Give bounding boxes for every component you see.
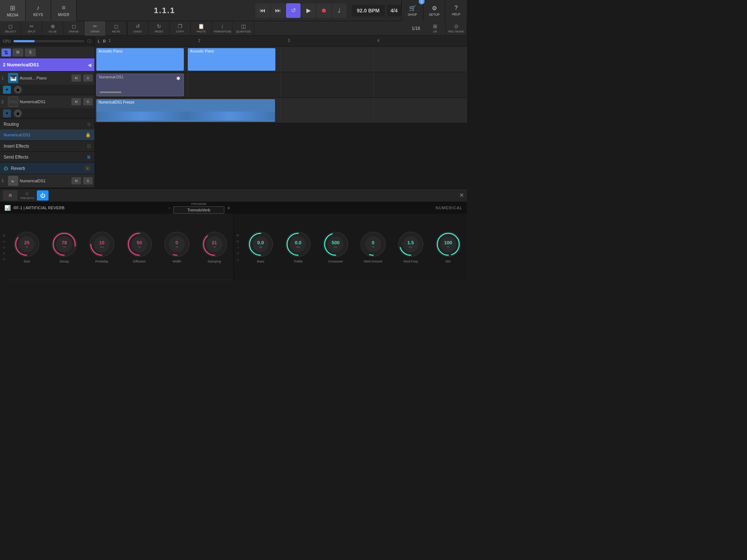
crossover-knob[interactable]: 500 Hz bbox=[322, 230, 349, 258]
paste-icon: 📋 bbox=[198, 23, 204, 29]
size-knob-wrapper: 25 % Size bbox=[13, 230, 40, 263]
grid-button[interactable]: ⊞ 1/8 bbox=[425, 21, 446, 36]
size-knob[interactable]: 25 % bbox=[13, 230, 40, 258]
selected-track-row[interactable]: 2 NumericalDS1 ◀ bbox=[0, 58, 94, 71]
erase-tool[interactable]: ◻ ERASE bbox=[63, 21, 85, 36]
mod-amount-knob[interactable]: 0 % bbox=[359, 230, 387, 258]
bass-knob[interactable]: 0.0 dB bbox=[247, 230, 274, 258]
erase-icon: ◻ bbox=[72, 23, 76, 29]
plugin-device-tab[interactable]: ⊟ bbox=[3, 190, 18, 201]
metronome-button[interactable]: ♩ bbox=[332, 3, 347, 18]
track-2-clip-1[interactable]: Numerical:DS1 ✱ bbox=[96, 74, 184, 96]
insert-effects-section[interactable]: Insert Effects ⊡ bbox=[0, 140, 94, 151]
mod-freq-knob[interactable]: 1.5 Hz bbox=[397, 230, 425, 258]
media-button[interactable]: ⊞ MEDIA bbox=[0, 0, 26, 21]
rewind-button[interactable]: ⏮ bbox=[255, 3, 270, 18]
track-3-clip-1[interactable]: NumericalDS1 Freeze bbox=[96, 99, 275, 122]
mute-tool[interactable]: ◻ MUTE bbox=[106, 21, 127, 36]
draw-icon: ✏ bbox=[93, 23, 97, 29]
glue-tool[interactable]: ⊕ GLUE bbox=[42, 21, 63, 36]
quantize-button[interactable]: ◫ QUANTIZE bbox=[233, 21, 254, 36]
mix-knob-label: Mix bbox=[446, 260, 451, 263]
program-name-display[interactable]: TremoloVerb bbox=[173, 206, 224, 214]
time-signature-display[interactable]: 4/4 bbox=[387, 5, 401, 16]
track-s-button[interactable]: S bbox=[25, 48, 36, 57]
track-collapse-icon: ◀ bbox=[88, 62, 92, 68]
split-tool[interactable]: ✂ SPLIT bbox=[21, 21, 42, 36]
chart-icon: 📊 bbox=[4, 205, 11, 211]
track-view-icon[interactable]: ⇅ bbox=[1, 48, 11, 57]
timeline-track-2: Numerical:DS1 ✱ bbox=[95, 72, 467, 98]
help-icon: ? bbox=[454, 5, 458, 11]
diffusion-knob-display: 50 % bbox=[137, 240, 142, 249]
track-3-icon[interactable]: ▶ bbox=[8, 176, 18, 186]
help-button[interactable]: ? HELP bbox=[445, 0, 467, 21]
plugin-close-button[interactable]: ✕ bbox=[459, 192, 464, 199]
power-icon[interactable]: ⏻ bbox=[4, 166, 8, 171]
track-m-button[interactable]: M bbox=[12, 48, 23, 57]
plugin-presets-tab[interactable]: ☆ PRESETS bbox=[20, 191, 34, 200]
mixer-button[interactable]: ≡ MIXER bbox=[51, 0, 77, 21]
track-1-clip-2[interactable]: Acoustic Piano bbox=[188, 48, 275, 71]
ruler-mark-4: 4 bbox=[378, 39, 380, 43]
mix-knob[interactable]: 100 % bbox=[434, 230, 462, 258]
mixer-icon: ≡ bbox=[62, 4, 66, 12]
track-1-mute-button[interactable]: M bbox=[71, 74, 81, 82]
plugin-power-button[interactable]: ⏻ bbox=[37, 190, 49, 201]
crossover-knob-wrapper: 500 Hz Crossover bbox=[322, 230, 349, 263]
loop-button[interactable]: ↺ bbox=[286, 3, 301, 18]
send-effects-section[interactable]: Send Effects 🖥 bbox=[0, 151, 94, 162]
program-plus-button[interactable]: + bbox=[227, 205, 230, 211]
decay-knob[interactable]: 78 % bbox=[50, 230, 78, 258]
knob-sections-container: S P A C E bbox=[0, 214, 467, 280]
instrument-row[interactable]: Numerical:DS1 🔒 bbox=[0, 129, 94, 140]
routing-section[interactable]: Routing ⊙ bbox=[0, 118, 94, 129]
paste-button[interactable]: 📋 PASTE bbox=[191, 21, 212, 36]
keys-icon: ♪ bbox=[36, 4, 40, 12]
diffusion-knob[interactable]: 50 % bbox=[125, 230, 153, 258]
draw-tool[interactable]: ✏ DRAW bbox=[85, 21, 106, 36]
track-2-mute-button[interactable]: M bbox=[71, 98, 81, 105]
track-2-record-btn[interactable]: ⏺ bbox=[14, 109, 22, 117]
bpm-display[interactable]: 92.0 BPM bbox=[352, 5, 384, 16]
redo-icon: ↻ bbox=[157, 23, 161, 29]
track-3-solo-button[interactable]: S bbox=[83, 177, 93, 184]
fast-forward-button[interactable]: ⏭ bbox=[271, 3, 285, 18]
record-button[interactable]: ⏺ bbox=[317, 3, 331, 18]
track-2-plugin-icon[interactable]: DS1 bbox=[8, 97, 18, 107]
treble-knob[interactable]: 0.0 dB bbox=[284, 230, 312, 258]
width-knob[interactable]: 0 % bbox=[163, 230, 191, 258]
reverb-row[interactable]: ⏻ Reverb e bbox=[0, 162, 94, 174]
track-2-fx-icon[interactable]: ✦ bbox=[3, 109, 11, 117]
keys-button[interactable]: ♪ KEYS bbox=[26, 0, 51, 21]
transpose-button[interactable]: ↕ TRANSPOSE bbox=[212, 21, 233, 36]
bass-knob-label: Bass bbox=[257, 260, 264, 263]
track-2-solo-button[interactable]: S bbox=[83, 98, 93, 105]
play-button[interactable]: ▶ bbox=[301, 3, 316, 18]
redo-button[interactable]: ↻ REDO bbox=[148, 21, 170, 36]
setup-button[interactable]: ⚙ SETUP bbox=[423, 0, 445, 21]
track-3-mute-button[interactable]: M bbox=[71, 177, 81, 184]
select-tool[interactable]: ◻ SELECT bbox=[0, 21, 21, 36]
shop-button[interactable]: 🛒 SHOP 2 bbox=[401, 0, 423, 21]
track-1-clip-1[interactable]: Acoustic Piano bbox=[96, 48, 184, 71]
track-1-solo-button[interactable]: S bbox=[83, 74, 93, 82]
star-icon: ☆ bbox=[25, 191, 30, 197]
undo-button[interactable]: ↺ UNDO bbox=[127, 21, 148, 36]
select-icon: ◻ bbox=[8, 23, 13, 29]
copy-button[interactable]: ❐ COPY bbox=[170, 21, 191, 36]
predelay-knob[interactable]: 10 ms bbox=[88, 230, 116, 258]
track-1-icon[interactable]: 🎹 bbox=[8, 73, 18, 83]
reverb-edit-btn[interactable]: e bbox=[84, 166, 91, 171]
rec-mode-icon: ⊙ bbox=[454, 23, 458, 29]
track-1-fx-icon[interactable]: ✦ bbox=[3, 86, 11, 94]
damping-knob[interactable]: 31 % bbox=[201, 230, 228, 258]
cpu-label: CPU bbox=[3, 39, 11, 43]
instrument-name: Numerical:DS1 bbox=[4, 133, 31, 137]
lock-icon: 🔒 bbox=[85, 132, 91, 137]
rec-mode-button[interactable]: ⊙ REC MODE bbox=[446, 21, 467, 36]
insert-effects-label: Insert Effects bbox=[4, 144, 29, 149]
program-minus-button[interactable]: - bbox=[169, 205, 170, 211]
cpu-meter-fill bbox=[13, 40, 35, 42]
track-1-record-btn[interactable]: ⏺ bbox=[14, 86, 22, 94]
